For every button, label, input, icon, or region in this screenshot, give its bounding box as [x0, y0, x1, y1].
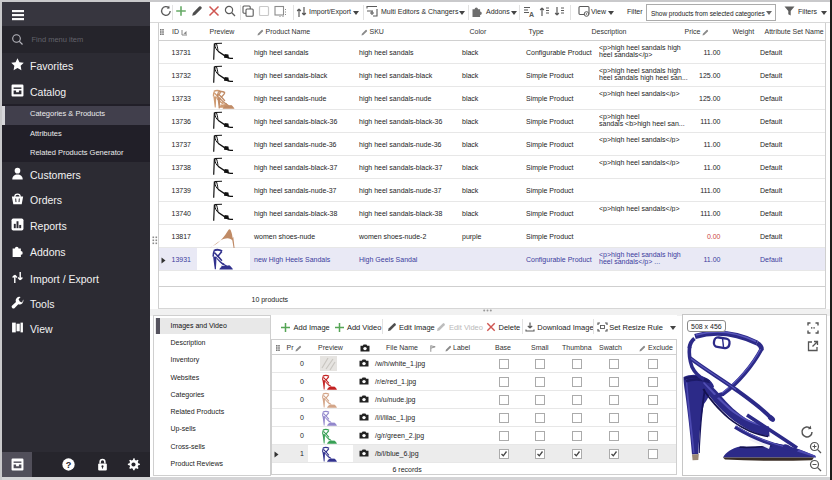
svg-text:?: ?	[65, 459, 71, 469]
svg-text:A: A	[529, 11, 534, 18]
